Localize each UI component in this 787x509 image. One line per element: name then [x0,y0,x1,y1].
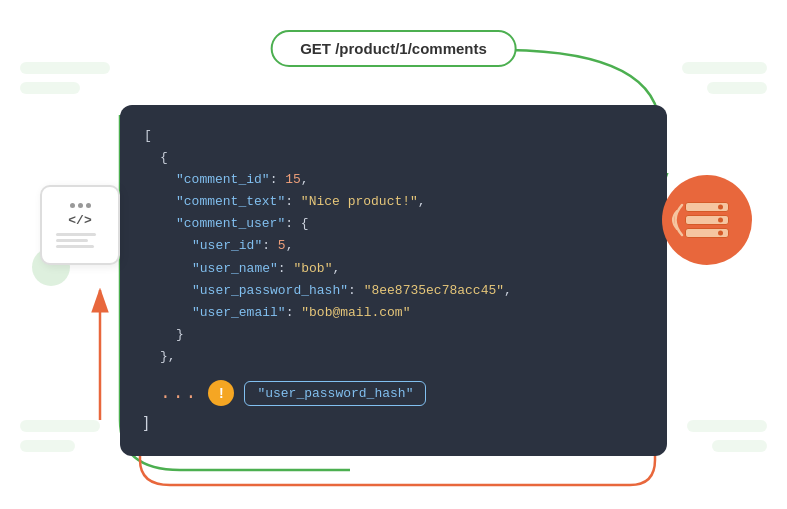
bg-stripe-8 [712,440,767,452]
warning-badge: "user_password_hash" [244,381,426,406]
bg-stripe-2 [20,82,80,94]
bg-stripe-4 [20,440,75,452]
server-unit-1 [685,202,729,212]
code-outer-bracket-close: ] [144,406,643,432]
dot-1 [70,203,75,208]
server-unit-2 [685,215,729,225]
bg-stripe-7 [687,420,767,432]
warning-icon-text: ! [219,385,224,401]
warning-icon: ! [208,380,234,406]
code-user-name: "user_name": "bob", [144,258,643,280]
scene: GET /product/1/comments [ { "comment_id"… [0,0,787,509]
server-content [685,202,729,238]
dot-2 [78,203,83,208]
code-user-email: "user_email": "bob@mail.com" [144,302,643,324]
api-endpoint-pill: GET /product/1/comments [270,30,517,67]
server-unit-3 [685,228,729,238]
warning-bar: ... ! "user_password_hash" [144,380,643,406]
bg-stripe-5 [682,62,767,74]
line-2 [56,239,88,242]
code-panel: [ { "comment_id": 15, "comment_text": "N… [120,105,667,456]
code-comment-user: "comment_user": { [144,213,643,235]
api-endpoint-text: GET /product/1/comments [300,40,487,57]
warning-field-text: "user_password_hash" [257,386,413,401]
browser-code-icon: </> [40,185,120,265]
server-stack [685,202,729,238]
bg-stripe-3 [20,420,100,432]
dot-3 [86,203,91,208]
bg-stripe-1 [20,62,110,74]
code-object-close: }, [144,346,643,368]
line-3 [56,245,94,248]
bg-stripe-6 [707,82,767,94]
code-ellipsis: ... [160,383,198,403]
line-1 [56,233,96,236]
server-icon [662,175,752,265]
code-tag-symbol: </> [68,213,91,228]
wifi-arcs [667,195,687,245]
code-comment-id: "comment_id": 15, [144,169,643,191]
code-outer-bracket-open: [ [144,128,152,143]
browser-dots [70,203,91,208]
code-comment-text: "comment_text": "Nice product!", [144,191,643,213]
code-user-id: "user_id": 5, [144,235,643,257]
code-object-open: { [144,147,643,169]
code-inner-object-close: } [144,324,643,346]
code-user-password-hash: "user_password_hash": "8ee8735ec78acc45"… [144,280,643,302]
code-lines-decoration [56,233,104,248]
code-content: [ { "comment_id": 15, "comment_text": "N… [144,125,643,368]
